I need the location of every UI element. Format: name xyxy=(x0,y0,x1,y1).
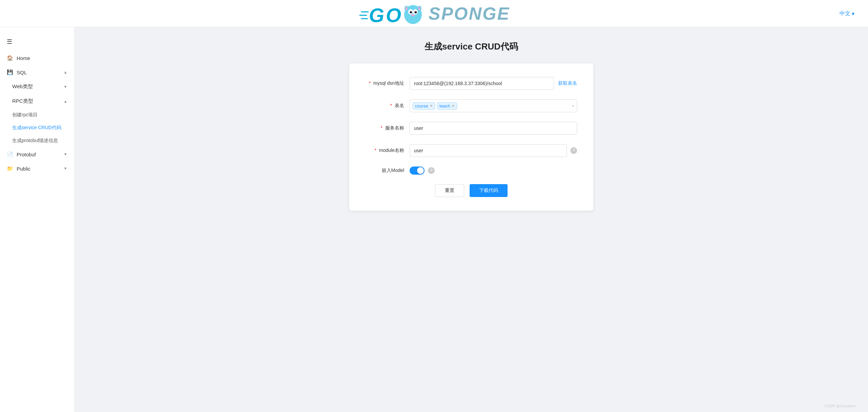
dsn-row: * mysql dsn地址 获取表名 xyxy=(366,77,577,90)
dsn-label: * mysql dsn地址 xyxy=(366,80,410,86)
tag-course-text: course xyxy=(415,103,428,109)
tag-course[interactable]: course ✕ xyxy=(413,102,435,110)
tag-course-close-icon[interactable]: ✕ xyxy=(430,104,433,108)
hamburger-menu-icon[interactable]: ☰ xyxy=(0,33,74,51)
table-select-arrow-icon: ▾ xyxy=(572,103,574,108)
sidebar-item-sql[interactable]: 💾 SQL ▲ xyxy=(0,65,74,79)
embed-model-label-text: 嵌入Model xyxy=(382,168,404,173)
sidebar-item-protobuf[interactable]: 📄 Protobuf ▼ xyxy=(0,147,74,161)
dsn-required-mark: * xyxy=(369,80,371,86)
embed-model-label: 嵌入Model xyxy=(366,168,410,174)
lang-arrow-icon: ▾ xyxy=(852,10,854,17)
public-icon: 📁 xyxy=(7,165,13,172)
fetch-table-button[interactable]: 获取表名 xyxy=(558,80,577,86)
table-label-text: 表名 xyxy=(395,103,404,108)
table-required-mark: * xyxy=(390,103,392,108)
rpc-type-chevron-icon: ▲ xyxy=(63,99,67,104)
sidebar-web-type-label: Web类型 xyxy=(12,83,33,90)
sql-chevron-up-icon: ▲ xyxy=(63,70,67,75)
module-label-text: module名称 xyxy=(379,148,404,153)
sidebar-home-label: Home xyxy=(17,55,30,61)
tag-teach-close-icon[interactable]: ✕ xyxy=(452,104,455,108)
module-row: * module名称 ? xyxy=(366,144,577,157)
download-button[interactable]: 下载代码 xyxy=(470,184,508,197)
svg-text:O: O xyxy=(386,4,401,25)
svg-point-11 xyxy=(416,11,416,12)
embed-model-row: 嵌入Model ? xyxy=(366,166,577,175)
protobuf-icon: 📄 xyxy=(7,151,13,157)
tag-teach-text: teach xyxy=(439,103,450,109)
create-rpc-label: 创建rpc项目 xyxy=(12,112,38,117)
embed-model-help-icon[interactable]: ? xyxy=(428,167,435,174)
service-label: * 服务名称 xyxy=(366,125,410,131)
main-content: 生成service CRUD代码 * mysql dsn地址 获取表名 * 表名 xyxy=(75,27,868,412)
embed-model-toggle-wrapper: ? xyxy=(410,166,435,175)
service-required-mark: * xyxy=(381,125,382,131)
sidebar-public-label: Public xyxy=(17,166,31,172)
page-title: 生成service CRUD代码 xyxy=(425,41,518,53)
module-label: * module名称 xyxy=(366,148,410,154)
web-type-chevron-icon: ▼ xyxy=(63,84,67,89)
sponge-logo-text: SPONGE xyxy=(429,3,510,24)
reset-button[interactable]: 重置 xyxy=(435,184,464,197)
protobuf-chevron-icon: ▼ xyxy=(63,152,67,157)
sidebar-sql-label: SQL xyxy=(17,70,27,75)
sidebar-item-rpc-type[interactable]: RPC类型 ▲ xyxy=(0,94,74,109)
gen-protobuf-label: 生成protobuf描述信息 xyxy=(12,138,58,143)
sidebar-item-public[interactable]: 📁 Public ▼ xyxy=(0,161,74,176)
svg-point-8 xyxy=(410,11,412,13)
svg-point-15 xyxy=(406,7,408,10)
svg-point-10 xyxy=(411,11,412,12)
gen-service-crud-label: 生成service CRUD代码 xyxy=(12,125,61,130)
table-row: * 表名 course ✕ teach ✕ ▾ xyxy=(366,99,577,112)
sidebar-protobuf-label: Protobuf xyxy=(17,152,36,157)
service-input[interactable] xyxy=(410,122,577,135)
module-help-icon[interactable]: ? xyxy=(570,147,577,154)
module-input[interactable] xyxy=(410,144,567,157)
svg-point-16 xyxy=(418,7,420,10)
svg-point-9 xyxy=(414,11,417,13)
lang-switch[interactable]: 中文 ▾ xyxy=(840,10,854,17)
table-select[interactable]: course ✕ teach ✕ ▾ xyxy=(410,99,577,112)
sidebar-item-create-rpc[interactable]: 创建rpc项目 xyxy=(0,109,74,121)
go-logo-svg: G O xyxy=(358,2,426,25)
footer-text: CSDN @zhuyasen xyxy=(825,404,856,408)
header: G O SPONGE 中文 ▾ xyxy=(0,0,868,27)
layout: ☰ 🏠 Home 💾 SQL ▲ Web类型 ▼ RPC类型 ▲ xyxy=(0,27,868,412)
sidebar: ☰ 🏠 Home 💾 SQL ▲ Web类型 ▼ RPC类型 ▲ xyxy=(0,27,75,412)
footer: CSDN @zhuyasen xyxy=(818,401,863,411)
dsn-input[interactable] xyxy=(410,77,554,90)
sidebar-item-web-type[interactable]: Web类型 ▼ xyxy=(0,79,74,94)
sidebar-item-gen-service-crud[interactable]: 生成service CRUD代码 xyxy=(0,121,74,134)
svg-text:G: G xyxy=(369,4,384,25)
sidebar-item-home[interactable]: 🏠 Home xyxy=(0,51,74,65)
module-required-mark: * xyxy=(375,148,376,153)
tag-teach[interactable]: teach ✕ xyxy=(437,102,457,110)
home-icon: 🏠 xyxy=(7,55,13,61)
toggle-knob xyxy=(417,167,424,174)
table-label: * 表名 xyxy=(366,103,410,109)
service-label-text: 服务名称 xyxy=(385,125,404,131)
sidebar-item-gen-protobuf[interactable]: 生成protobuf描述信息 xyxy=(0,134,74,147)
form-card: * mysql dsn地址 获取表名 * 表名 course ✕ xyxy=(349,63,593,211)
service-row: * 服务名称 xyxy=(366,122,577,135)
form-actions: 重置 下载代码 xyxy=(366,184,577,197)
lang-label: 中文 xyxy=(840,10,850,17)
public-chevron-icon: ▼ xyxy=(63,166,67,171)
sidebar-rpc-type-label: RPC类型 xyxy=(12,98,33,104)
sql-icon: 💾 xyxy=(7,69,13,75)
logo: G O SPONGE xyxy=(358,2,510,25)
dsn-label-text: mysql dsn地址 xyxy=(373,80,404,86)
embed-model-toggle[interactable] xyxy=(410,166,425,175)
svg-point-12 xyxy=(411,14,415,16)
